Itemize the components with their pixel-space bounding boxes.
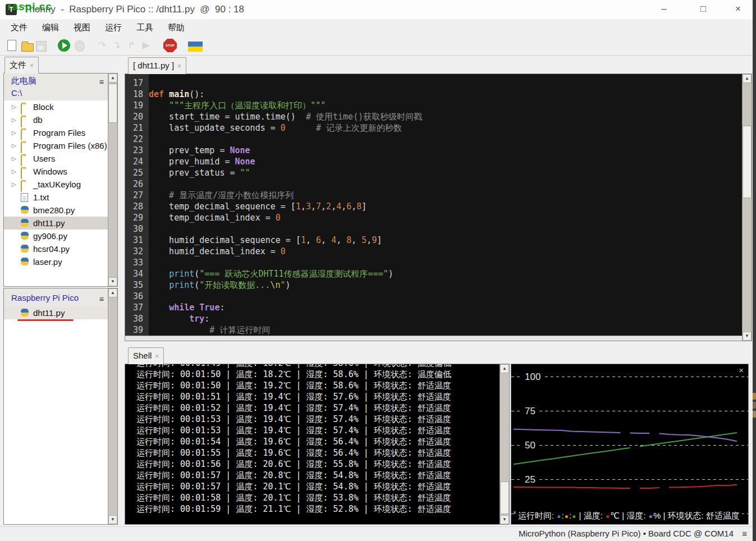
expand-arrow-icon[interactable]: ▷: [12, 165, 16, 178]
run-current-script-button[interactable]: [58, 39, 70, 52]
expand-arrow-icon[interactable]: ▷: [12, 100, 16, 113]
code-editor[interactable]: 1718def main():19 """主程序入口（温湿度读取和打印）"""2…: [125, 74, 752, 341]
resume-button: ▶: [140, 39, 152, 52]
files-panel: 此电脑 C:\ ≡ ▷Block▷db▷Program Files▷Progra…: [3, 73, 118, 287]
scroll-down-icon[interactable]: ▼: [108, 515, 117, 524]
expand-arrow-icon[interactable]: ▷: [12, 152, 16, 165]
tree-item-_taxUKeylog[interactable]: ▷_taxUKeylog: [4, 178, 108, 191]
tree-item-hcsr04.py[interactable]: hcsr04.py: [4, 242, 108, 255]
tree-item-label: Windows: [33, 165, 67, 178]
scroll-down-icon[interactable]: ▼: [108, 277, 117, 286]
editor-horizontal-scrollbar[interactable]: [125, 336, 742, 341]
shell-output-line: 运行时间: 00:01:59 | 温度: 21.1℃ | 湿度: 52.8% |…: [136, 503, 500, 515]
legend-dot-icon: ●: [572, 512, 576, 520]
line-number: 22: [125, 134, 149, 145]
scroll-up-icon[interactable]: ▲: [500, 364, 509, 373]
tree-item-1.txt[interactable]: 1.txt: [4, 191, 108, 204]
shell-output[interactable]: 运行时间: 00:01:49 | 温度: 18.2℃ | 湿度: 58.6% |…: [125, 364, 510, 525]
close-button[interactable]: ×: [725, 0, 751, 19]
statusbar-menu-icon[interactable]: ≡: [742, 529, 747, 538]
editor-scroll-thumb[interactable]: [743, 126, 752, 198]
interpreter-status[interactable]: MicroPython (Raspberry Pi Pico) • Board …: [519, 529, 734, 538]
shell-output-line: 运行时间: 00:01:52 | 温度: 19.4℃ | 湿度: 57.4% |…: [136, 402, 500, 414]
line-number: 17: [125, 77, 149, 89]
files-menu-icon[interactable]: ≡: [99, 76, 104, 88]
code-line: 30: [125, 223, 742, 235]
tree-item-bme280.py[interactable]: bme280.py: [4, 204, 108, 217]
tree-item-Program Files[interactable]: ▷Program Files: [4, 126, 108, 139]
step-out-button: ↱: [125, 39, 138, 52]
line-number: 19: [125, 100, 149, 111]
tree-item-db[interactable]: ▷db: [4, 113, 108, 126]
expand-arrow-icon[interactable]: ▷: [12, 139, 16, 152]
background-window-edge: [753, 0, 756, 541]
menu-item-运行[interactable]: 运行: [98, 19, 129, 36]
root-path-label[interactable]: C:\: [11, 87, 108, 99]
menu-item-视图[interactable]: 视图: [66, 19, 98, 36]
code-line: 22: [125, 134, 742, 145]
tree-item-Program Files (x86)[interactable]: ▷Program Files (x86): [4, 139, 108, 152]
this-pc-label[interactable]: 此电脑: [11, 75, 108, 87]
plotter-chart: 100755025: [511, 364, 748, 524]
shell-scrollbar[interactable]: ▲ ▼: [500, 364, 509, 524]
thonny-window: T Thonny - Raspberry Pi Pico :: /dht11.p…: [0, 0, 756, 541]
files-tab[interactable]: 文件×: [4, 57, 39, 74]
files-tab-close-icon[interactable]: ×: [30, 62, 34, 70]
scroll-down-icon[interactable]: ▼: [743, 332, 752, 341]
plotter-panel: 100755025 × 运行时间: ●:●:● | 温度: ●℃ | 湿度: ●…: [511, 364, 749, 525]
scroll-down-icon[interactable]: ▼: [500, 515, 509, 524]
y-axis-tick-label: 50: [525, 440, 535, 451]
files-scroll-thumb[interactable]: [108, 84, 117, 123]
legend-text: :: [569, 511, 571, 520]
code-line: 37 while True:: [125, 302, 742, 313]
maximize-button[interactable]: □: [690, 0, 716, 19]
scroll-up-icon[interactable]: ▲: [108, 288, 117, 297]
shell-scroll-thumb[interactable]: [500, 482, 509, 514]
line-number: 37: [125, 302, 149, 313]
tree-item-Windows[interactable]: ▷Windows: [4, 165, 108, 178]
new-file-button[interactable]: [7, 40, 16, 51]
expand-arrow-icon[interactable]: ▷: [12, 178, 16, 191]
shell-tab[interactable]: Shell×: [128, 347, 164, 364]
tree-item-Users[interactable]: ▷Users: [4, 152, 108, 165]
save-file-button: [36, 41, 47, 52]
code-line: 24 prev_humid = None: [125, 156, 742, 167]
menu-item-帮助[interactable]: 帮助: [161, 19, 192, 36]
expand-arrow-icon[interactable]: ▷: [12, 126, 16, 139]
files-scrollbar[interactable]: ▲ ▼: [108, 74, 117, 286]
minimize-button[interactable]: –: [651, 0, 677, 19]
debug-current-script-button: [75, 40, 85, 52]
tree-item-dht11.py[interactable]: dht11.py: [4, 306, 108, 319]
toolbar: ↷↴↱▶STOP: [0, 36, 753, 56]
stop-restart-backend-button[interactable]: STOP: [163, 39, 177, 52]
plotter-close-icon[interactable]: ×: [739, 365, 744, 375]
tree-item-label: bme280.py: [33, 204, 75, 217]
ukraine-flag-icon[interactable]: [188, 42, 203, 52]
tree-item-dht11.py[interactable]: dht11.py: [4, 217, 108, 230]
open-file-button[interactable]: [21, 43, 34, 52]
editor-scrollbar[interactable]: ▲ ▼: [742, 74, 752, 341]
expand-arrow-icon[interactable]: ▷: [12, 113, 16, 126]
scroll-up-icon[interactable]: ▲: [743, 74, 752, 83]
tree-item-Block[interactable]: ▷Block: [4, 100, 108, 113]
line-number: 35: [125, 279, 149, 291]
menubar: 文件编辑视图运行工具帮助: [0, 19, 753, 36]
shell-output-line: 运行时间: 00:01:53 | 温度: 19.4℃ | 湿度: 57.4% |…: [136, 414, 500, 425]
line-number: 21: [125, 122, 149, 134]
menu-item-文件[interactable]: 文件: [3, 19, 35, 36]
scroll-up-icon[interactable]: ▲: [108, 74, 117, 82]
pico-menu-icon[interactable]: ≡: [99, 293, 104, 305]
y-axis-tick-label: 25: [525, 474, 535, 485]
editor-tab-close-icon[interactable]: ×: [177, 62, 181, 70]
menu-item-工具[interactable]: 工具: [129, 19, 161, 36]
annotation-red-underline: [17, 319, 74, 321]
editor-tab[interactable]: [ dht11.py ]×: [128, 57, 186, 74]
shell-output-line: 运行时间: 00:01:57 | 温度: 20.1℃ | 湿度: 54.8% |…: [136, 481, 500, 492]
tree-item-laser.py[interactable]: laser.py: [4, 255, 108, 268]
window-title: Thonny - Raspberry Pi Pico :: /dht11.py …: [24, 4, 244, 15]
pico-scrollbar[interactable]: ▲ ▼: [108, 288, 117, 524]
menu-item-编辑[interactable]: 编辑: [35, 19, 66, 36]
tree-item-gy906.py[interactable]: gy906.py: [4, 230, 108, 242]
pico-title[interactable]: Raspberry Pi Pico: [11, 292, 108, 304]
shell-tab-close-icon[interactable]: ×: [155, 352, 159, 360]
